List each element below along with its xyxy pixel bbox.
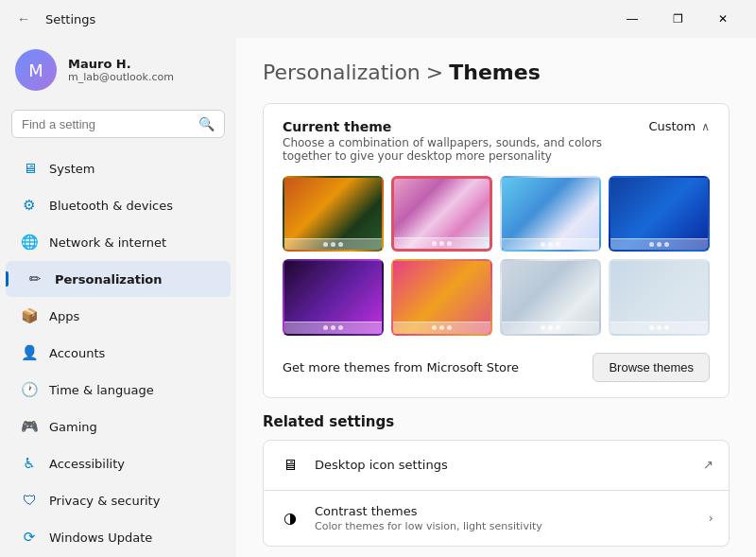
sidebar-item-label-system: System <box>49 162 94 176</box>
related-settings-title: Related settings <box>263 413 730 430</box>
current-theme-info: Current theme Choose a combination of wa… <box>283 119 642 163</box>
sidebar: M Mauro H. m_lab@outlook.com 🔍 🖥 System … <box>0 38 236 557</box>
taskbar-dot <box>556 242 560 247</box>
theme-thumb-4[interactable] <box>609 176 710 252</box>
theme-grid <box>283 176 710 336</box>
taskbar-strip-4 <box>610 238 708 250</box>
taskbar-dot <box>556 325 560 330</box>
desktop-icons-text: Desktop icon settings <box>315 458 690 472</box>
maximize-button[interactable]: ❐ <box>656 4 699 34</box>
accessibility-icon: ♿ <box>21 455 38 472</box>
user-name: Mauro H. <box>68 57 174 71</box>
user-card[interactable]: M Mauro H. m_lab@outlook.com <box>0 38 236 106</box>
sidebar-item-gaming[interactable]: 🎮 Gaming <box>6 409 231 444</box>
taskbar-dot <box>664 242 669 247</box>
current-theme-badge[interactable]: Custom ∧ <box>648 119 710 133</box>
taskbar-dot <box>338 325 343 330</box>
taskbar-dot <box>649 242 654 247</box>
sidebar-item-label-update: Windows Update <box>49 531 152 545</box>
taskbar-dot <box>323 242 328 247</box>
apps-icon: 📦 <box>21 307 38 324</box>
user-email: m_lab@outlook.com <box>68 71 174 83</box>
sidebar-item-privacy[interactable]: 🛡 Privacy & security <box>6 482 231 518</box>
breadcrumb-parent[interactable]: Personalization <box>263 61 421 84</box>
current-theme-title: Current theme <box>283 119 642 134</box>
taskbar-strip-1 <box>284 238 382 250</box>
taskbar-dot <box>439 241 444 246</box>
sidebar-item-personalization[interactable]: ✏ Personalization <box>6 261 231 297</box>
taskbar-strip-7 <box>502 322 599 333</box>
theme-thumb-1[interactable] <box>283 176 384 252</box>
taskbar-dot <box>439 325 444 330</box>
privacy-icon: 🛡 <box>21 492 38 509</box>
sidebar-item-system[interactable]: 🖥 System <box>6 150 231 186</box>
taskbar-dot <box>331 242 335 247</box>
taskbar-dot <box>323 325 328 330</box>
close-button[interactable]: ✕ <box>701 4 745 34</box>
theme-thumb-2[interactable] <box>391 176 492 252</box>
minimize-button[interactable]: — <box>610 4 654 34</box>
taskbar-dot <box>447 325 452 330</box>
taskbar-strip-3 <box>502 238 599 250</box>
search-box[interactable]: 🔍 <box>11 110 225 138</box>
chevron-up-icon: ∧ <box>701 120 710 133</box>
title-bar-left: ← Settings <box>11 9 95 28</box>
taskbar-strip-8 <box>610 322 708 333</box>
theme-thumb-7[interactable] <box>500 259 601 335</box>
taskbar-dot <box>338 242 343 247</box>
sidebar-item-update[interactable]: ⟳ Windows Update <box>6 519 231 555</box>
taskbar-dot <box>447 241 452 246</box>
contrast-themes-sublabel: Color themes for low vision, light sensi… <box>315 520 696 532</box>
current-theme-header: Current theme Choose a combination of wa… <box>283 119 710 163</box>
sidebar-item-label-accessibility: Accessibility <box>49 457 125 471</box>
desktop-icons-icon: 🖥 <box>279 454 301 477</box>
settings-item-contrast-themes[interactable]: ◑ Contrast themes Color themes for low v… <box>263 491 730 547</box>
settings-item-desktop-icons[interactable]: 🖥 Desktop icon settings ↗ <box>263 440 730 491</box>
contrast-themes-text: Contrast themes Color themes for low vis… <box>315 504 696 532</box>
taskbar-dot <box>548 242 553 247</box>
sidebar-item-bluetooth[interactable]: ⚙ Bluetooth & devices <box>6 187 231 223</box>
page-header: Personalization > Themes <box>263 61 730 84</box>
sidebar-item-accessibility[interactable]: ♿ Accessibility <box>6 445 231 481</box>
related-settings-list: 🖥 Desktop icon settings ↗ ◑ Contrast the… <box>263 440 730 547</box>
current-theme-badge-label: Custom <box>648 119 696 133</box>
sidebar-item-label-bluetooth: Bluetooth & devices <box>49 199 173 213</box>
taskbar-dot <box>649 325 654 330</box>
theme-thumb-5[interactable] <box>283 259 384 335</box>
desktop-icons-arrow: ↗ <box>703 458 713 472</box>
browse-themes-button[interactable]: Browse themes <box>593 353 710 382</box>
taskbar-dot <box>541 242 545 247</box>
sidebar-item-label-personalization: Personalization <box>55 272 163 287</box>
sidebar-item-network[interactable]: 🌐 Network & internet <box>6 224 231 260</box>
title-bar-controls: — ❐ ✕ <box>610 4 745 34</box>
personalization-icon: ✏ <box>26 270 43 287</box>
taskbar-strip-2 <box>394 237 490 249</box>
taskbar-dot <box>657 325 662 330</box>
theme-thumb-8[interactable] <box>609 259 710 335</box>
get-more-themes-text: Get more themes from Microsoft Store <box>283 360 519 374</box>
sidebar-item-label-network: Network & internet <box>49 235 166 250</box>
taskbar-dot <box>432 241 437 246</box>
theme-thumb-6[interactable] <box>391 259 492 335</box>
sidebar-item-label-accounts: Accounts <box>49 346 105 360</box>
sidebar-item-apps[interactable]: 📦 Apps <box>6 298 231 334</box>
contrast-themes-label: Contrast themes <box>315 504 696 518</box>
taskbar-dot <box>541 325 545 330</box>
app-body: M Mauro H. m_lab@outlook.com 🔍 🖥 System … <box>0 38 756 557</box>
sidebar-item-accounts[interactable]: 👤 Accounts <box>6 335 231 371</box>
system-icon: 🖥 <box>21 160 38 177</box>
sidebar-item-label-time: Time & language <box>49 383 154 397</box>
theme-thumb-3[interactable] <box>500 176 601 252</box>
taskbar-dot <box>664 325 669 330</box>
back-button[interactable]: ← <box>11 9 36 28</box>
taskbar-dot <box>331 325 335 330</box>
contrast-themes-icon: ◑ <box>279 507 301 530</box>
active-indicator <box>6 271 9 287</box>
page-title: Themes <box>449 61 541 84</box>
related-settings: Related settings 🖥 Desktop icon settings… <box>263 413 730 547</box>
bluetooth-icon: ⚙ <box>21 197 38 214</box>
sidebar-item-time[interactable]: 🕐 Time & language <box>6 372 231 408</box>
search-input[interactable] <box>22 117 191 131</box>
nav-list: 🖥 System ⚙ Bluetooth & devices 🌐 Network… <box>0 149 236 556</box>
current-theme-card: Current theme Choose a combination of wa… <box>263 103 730 398</box>
